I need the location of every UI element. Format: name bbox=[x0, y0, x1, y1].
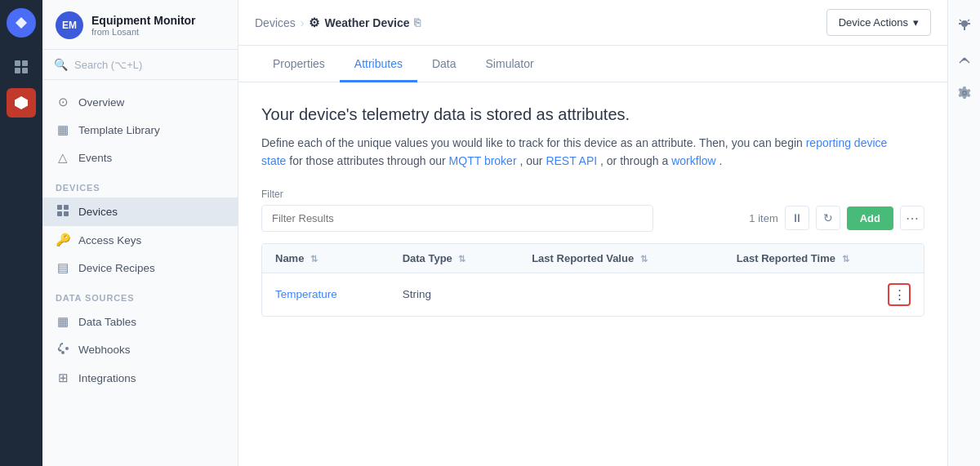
col-data-type[interactable]: Data Type ⇅ bbox=[390, 244, 519, 273]
data-sources-section-label: DATA SOURCES bbox=[42, 282, 238, 308]
refresh-icon: ↻ bbox=[823, 211, 833, 224]
sort-name-icon: ⇅ bbox=[310, 254, 318, 264]
device-name: Weather Device bbox=[324, 16, 409, 29]
more-options-button[interactable]: ⋯ bbox=[900, 206, 924, 230]
tabs-bar: Properties Attributes Data Simulator bbox=[238, 46, 947, 82]
sort-last-time-icon: ⇅ bbox=[842, 254, 849, 264]
svg-rect-1 bbox=[22, 60, 28, 66]
sidebar-item-access-keys[interactable]: 🔑 Access Keys bbox=[42, 226, 238, 254]
sidebar-item-label: Template Library bbox=[78, 124, 160, 136]
sidebar-item-label: Devices bbox=[78, 206, 118, 218]
tab-data[interactable]: Data bbox=[417, 46, 471, 82]
sidebar-item-devices[interactable]: Devices bbox=[42, 197, 238, 226]
link-workflow[interactable]: workflow bbox=[671, 154, 715, 167]
breadcrumb: Devices › ⚙ Weather Device ⎘ bbox=[255, 16, 421, 30]
pause-icon: ⏸ bbox=[791, 211, 803, 224]
sidebar-item-data-tables[interactable]: ▦ Data Tables bbox=[42, 308, 238, 335]
filter-controls: 1 item ⏸ ↻ Add ⋯ bbox=[749, 206, 924, 230]
svg-point-16 bbox=[963, 58, 965, 60]
topbar: Devices › ⚙ Weather Device ⎘ Device Acti… bbox=[238, 0, 947, 46]
breadcrumb-parent[interactable]: Devices bbox=[255, 16, 296, 29]
sort-last-value-icon: ⇅ bbox=[640, 254, 648, 264]
table-row: Temperature String ⋮ bbox=[262, 273, 924, 316]
app-from: from Losant bbox=[91, 27, 196, 37]
avatar: EM bbox=[56, 11, 83, 39]
device-icon: ⚙ bbox=[309, 16, 319, 30]
devices-icon bbox=[56, 204, 70, 220]
sidebar-item-template-library[interactable]: ▦ Template Library bbox=[42, 116, 238, 144]
bug-icon[interactable] bbox=[953, 13, 976, 36]
svg-point-8 bbox=[61, 351, 65, 354]
sidebar-item-events[interactable]: △ Events bbox=[42, 144, 238, 171]
cell-data-type: String bbox=[390, 273, 519, 316]
refresh-button[interactable]: ↻ bbox=[816, 206, 840, 230]
add-button[interactable]: Add bbox=[847, 206, 893, 230]
filter-row: 1 item ⏸ ↻ Add ⋯ bbox=[261, 205, 924, 232]
svg-rect-3 bbox=[22, 68, 28, 73]
row-more-button[interactable]: ⋮ bbox=[888, 283, 911, 306]
tab-attributes[interactable]: Attributes bbox=[340, 46, 417, 82]
chevron-down-icon: ▾ bbox=[913, 16, 919, 29]
filter-label: Filter bbox=[261, 189, 924, 200]
col-last-reported-value[interactable]: Last Reported Value ⇅ bbox=[519, 244, 724, 273]
copy-icon[interactable]: ⎘ bbox=[414, 16, 421, 29]
sidebar-item-label: Access Keys bbox=[78, 234, 141, 246]
sidebar-item-label: Device Recipes bbox=[78, 262, 155, 274]
cell-last-value bbox=[519, 273, 724, 316]
breadcrumb-separator: › bbox=[301, 16, 305, 29]
search-label: Search (⌥+L) bbox=[74, 59, 142, 71]
col-name[interactable]: Name ⇅ bbox=[262, 244, 390, 273]
access-keys-icon: 🔑 bbox=[56, 233, 70, 247]
sidebar: EM Equipment Monitor from Losant 🔍 Searc… bbox=[42, 0, 238, 466]
sidebar-item-webhooks[interactable]: Webhooks bbox=[42, 335, 238, 364]
sidebar-item-device-recipes[interactable]: ▤ Device Recipes bbox=[42, 254, 238, 282]
svg-point-10 bbox=[961, 20, 968, 27]
app-name: Equipment Monitor bbox=[91, 14, 196, 28]
col-last-reported-time[interactable]: Last Reported Time ⇅ bbox=[724, 244, 924, 273]
item-count: 1 item bbox=[749, 212, 777, 224]
sort-data-type-icon: ⇅ bbox=[458, 254, 466, 264]
sidebar-item-label: Data Tables bbox=[78, 316, 136, 328]
pause-button[interactable]: ⏸ bbox=[785, 206, 809, 230]
webhooks-icon bbox=[56, 342, 70, 357]
signal-icon[interactable] bbox=[953, 47, 976, 70]
page-headline: Your device's telemetry data is stored a… bbox=[261, 105, 924, 124]
filter-section: Filter 1 item ⏸ ↻ Add ⋯ bbox=[261, 189, 924, 232]
sidebar-nav: ⊙ Overview ▦ Template Library △ Events D… bbox=[42, 80, 238, 466]
sidebar-item-overview[interactable]: ⊙ Overview bbox=[42, 88, 238, 116]
filter-input[interactable] bbox=[261, 205, 653, 232]
data-tables-icon: ▦ bbox=[56, 314, 70, 329]
overview-icon: ⊙ bbox=[56, 95, 70, 109]
page-description: Define each of the unique values you wou… bbox=[261, 134, 915, 171]
svg-rect-7 bbox=[64, 211, 69, 216]
tab-simulator[interactable]: Simulator bbox=[471, 46, 549, 82]
svg-line-14 bbox=[960, 20, 961, 21]
attributes-table: Name ⇅ Data Type ⇅ Last Reported Value ⇅ bbox=[261, 243, 924, 317]
attribute-name-link[interactable]: Temperature bbox=[275, 288, 337, 300]
sidebar-header: EM Equipment Monitor from Losant bbox=[42, 0, 238, 50]
svg-rect-0 bbox=[15, 60, 20, 66]
svg-point-9 bbox=[65, 347, 69, 350]
search-icon: 🔍 bbox=[54, 58, 68, 71]
template-icon: ▦ bbox=[56, 122, 70, 137]
link-rest-api[interactable]: REST API bbox=[546, 154, 597, 167]
integrations-icon: ⊞ bbox=[56, 371, 70, 385]
cube-icon[interactable] bbox=[7, 88, 36, 118]
dashboard-icon[interactable] bbox=[7, 52, 36, 82]
icon-rail bbox=[0, 0, 42, 466]
svg-rect-5 bbox=[64, 205, 69, 210]
cell-name: Temperature bbox=[262, 273, 390, 316]
app-logo[interactable] bbox=[7, 8, 36, 38]
sidebar-item-label: Integrations bbox=[78, 372, 136, 384]
link-mqtt-broker[interactable]: MQTT broker bbox=[449, 154, 517, 167]
settings-cog-icon[interactable] bbox=[953, 82, 976, 104]
device-actions-button[interactable]: Device Actions ▾ bbox=[826, 9, 931, 36]
svg-line-15 bbox=[968, 20, 969, 21]
search-box[interactable]: 🔍 Search (⌥+L) bbox=[42, 50, 238, 80]
sidebar-item-integrations[interactable]: ⊞ Integrations bbox=[42, 364, 238, 392]
svg-rect-2 bbox=[15, 68, 20, 73]
sidebar-item-label: Overview bbox=[78, 96, 124, 109]
svg-rect-6 bbox=[57, 211, 62, 216]
tab-properties[interactable]: Properties bbox=[258, 46, 340, 82]
sidebar-item-label: Webhooks bbox=[78, 344, 131, 356]
